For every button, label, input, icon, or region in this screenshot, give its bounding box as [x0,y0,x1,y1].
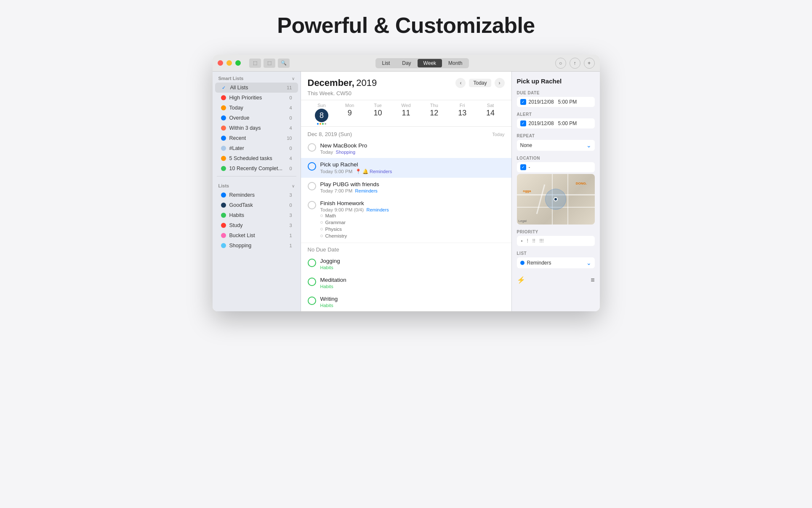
sidebar-item-goodtask[interactable]: GoodTask 0 [215,200,298,210]
alert-checkbox[interactable]: ✓ [520,120,526,126]
month-view-button[interactable]: Month [442,59,468,67]
sidebar-item-recent[interactable]: Recent 10 [215,133,298,143]
alert-field[interactable]: ✓ 2019/12/08 5:00 PM [517,118,595,128]
recently-complete-dot [221,166,226,171]
priority-none-button[interactable]: - [521,238,523,244]
location-checkbox[interactable]: ✓ [520,164,526,170]
repeat-select[interactable]: None ⌄ [517,140,595,151]
sidebar-item-high-priorities[interactable]: High Priorities 0 [215,93,298,103]
day-name-thu: Thu [420,103,448,108]
day-cell-sat[interactable]: Sat 14 [477,100,505,126]
within-3-days-count: 4 [289,126,292,131]
task-item-new-macbook[interactable]: New MacBook Pro Today Shopping [301,139,511,158]
day-cell-thu[interactable]: Thu 12 [420,100,448,126]
sidebar-item-habits[interactable]: Habits 3 [215,210,298,220]
circle-button[interactable]: ○ [555,58,566,69]
task-item-pick-up-rachel[interactable]: Pick up Rachel Today 5:00 PM 📍 🔔 Reminde… [301,158,511,178]
priority-med-button[interactable]: !! [532,238,535,244]
smart-lists-chevron: ∨ [292,76,295,81]
task-circle-pick-up-rachel[interactable] [308,162,316,171]
priority-low-button[interactable]: ! [527,238,528,244]
sidebar-item-overdue[interactable]: Overdue 0 [215,113,298,123]
day-cell-mon[interactable]: Mon 9 [335,100,364,126]
week-view-button[interactable]: Week [418,59,442,67]
sidebar-item-within-3-days[interactable]: Within 3 days 4 [215,123,298,133]
date-section-header: Dec 8, 2019 (Sun) Today [301,127,511,139]
task-circle-new-macbook[interactable] [308,143,316,152]
panel-toggle-button[interactable]: ⬚ [264,59,275,68]
task-item-meditation[interactable]: Meditation Habits [301,273,511,292]
map-background: ngga DONG. Legal [517,174,595,225]
add-button[interactable]: + [584,58,595,69]
priority-high-button[interactable]: !!! [540,238,544,244]
task-item-writing[interactable]: Writing Habits [301,292,511,311]
day-cell-wed[interactable]: Wed 11 [392,100,420,126]
sidebar-item-reminders[interactable]: Reminders 3 [215,190,298,200]
task-circle-finish-homework[interactable] [308,201,316,209]
list-select[interactable]: Reminders ⌄ [517,257,595,268]
segmented-control: List Day Week Month [375,58,469,68]
day-cell-fri[interactable]: Fri 13 [448,100,477,126]
sidebar-item-shopping[interactable]: Shopping 1 [215,241,298,251]
task-body-jogging: Jogging Habits [320,258,505,270]
day-cell-tue[interactable]: Tue 10 [364,100,392,126]
detail-priority-section: Priority - ! !! !!! [517,230,595,246]
alert-label: Alert [517,112,595,117]
fullscreen-button[interactable] [235,60,241,66]
due-date-field[interactable]: ✓ 2019/12/08 5:00 PM [517,97,595,107]
today-count: 4 [289,105,292,110]
task-circle-writing[interactable] [308,297,316,305]
later-count: 0 [289,146,292,151]
shopping-label: Shopping [229,243,286,249]
sidebar-item-recently-complete[interactable]: 10 Recently Complet... 0 [215,163,298,174]
detail-due-date-section: Due Date ✓ 2019/12/08 5:00 PM [517,91,595,107]
reminders-label: Reminders [229,192,286,198]
close-button[interactable] [218,60,223,66]
detail-alert-section: Alert ✓ 2019/12/08 5:00 PM [517,112,595,128]
date-section-right: Today [492,132,504,137]
sidebar-item-study[interactable]: Study 3 [215,220,298,230]
task-body-meditation: Meditation Habits [320,277,505,289]
sidebar-item-scheduled[interactable]: 5 Scheduled tasks 4 [215,153,298,163]
calendar-year: 2019 [356,78,377,88]
task-item-finish-homework[interactable]: Finish Homework Today 9:00 PM (0/4) Remi… [301,197,511,243]
menu-icon[interactable]: ≡ [591,276,594,284]
next-week-button[interactable]: › [495,78,505,88]
smart-lists-label: Smart Lists [218,76,244,81]
location-field[interactable]: ✓ - [517,162,595,172]
due-date-checkbox[interactable]: ✓ [520,99,526,105]
day-num-fri: 13 [448,109,477,118]
share-button[interactable]: ↑ [570,58,580,69]
detail-panel: Pick up Rachel Due Date ✓ 2019/12/08 5:0… [511,72,600,311]
list-view-button[interactable]: List [376,59,396,67]
task-name-finish-homework: Finish Homework [320,200,505,206]
sidebar-item-later[interactable]: #Later 0 [215,143,298,153]
goodtask-count: 0 [289,203,292,208]
recent-count: 10 [287,136,292,141]
task-name-play-pubg: Play PUBG with friends [320,181,505,187]
task-item-jogging[interactable]: Jogging Habits [301,254,511,273]
map-container[interactable]: ngga DONG. Legal [517,174,595,225]
bolt-icon[interactable]: ⚡ [517,276,525,284]
task-circle-jogging[interactable] [308,259,316,267]
recent-dot [221,136,226,141]
later-dot [221,146,226,151]
sidebar-divider [217,176,296,176]
sidebar-item-all-lists[interactable]: ✓ All Lists 11 [215,83,298,93]
prev-week-button[interactable]: ‹ [455,78,466,88]
today-button[interactable]: Today [469,79,491,87]
task-name-pick-up-rachel: Pick up Rachel [320,161,505,168]
task-item-play-pubg[interactable]: Play PUBG with friends Today 7:00 PM Rem… [301,178,511,197]
all-lists-count: 11 [287,85,292,90]
sidebar-item-bucket-list[interactable]: Bucket List 1 [215,230,298,241]
task-circle-play-pubg[interactable] [308,182,316,190]
search-button[interactable]: 🔍 [278,59,290,68]
day-cell-sun[interactable]: Sun 8 [308,100,336,126]
map-road-v2 [567,174,568,225]
goodtask-label: GoodTask [229,202,286,208]
sidebar-item-today[interactable]: Today 4 [215,103,298,113]
task-circle-meditation[interactable] [308,278,316,286]
day-view-button[interactable]: Day [396,59,417,67]
sidebar-toggle-button[interactable]: ⬚ [249,59,261,68]
minimize-button[interactable] [226,60,232,66]
